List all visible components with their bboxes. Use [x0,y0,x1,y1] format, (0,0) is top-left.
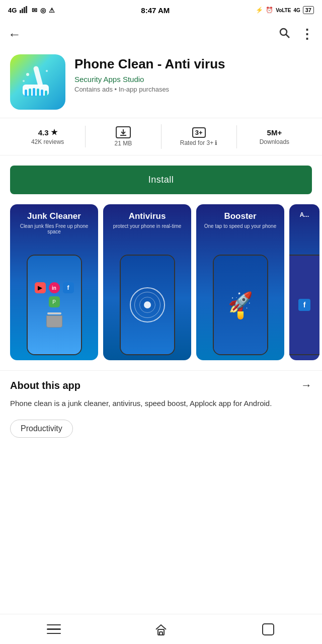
screenshots-row: Junk Cleaner Clean junk files Free up ph… [0,204,322,370]
svg-rect-2 [24,7,25,13]
menu-button[interactable] [39,619,69,639]
phone-mockup-2 [120,255,175,355]
app-icon-wrapper [10,54,65,110]
status-time: 8:47 AM [141,6,170,15]
svg-rect-3 [26,6,27,13]
app-header: Phone Clean - Anti virus Security Apps S… [0,48,322,118]
screenshot-4[interactable]: A... f [289,204,319,360]
square-back-icon [262,623,275,636]
phone-mockup-1: ▶ in f P [27,255,82,355]
screenshot-2-label: Antivirus [103,211,191,221]
phone-mockup-3: 🚀 [213,255,268,355]
stat-rating-age[interactable]: 3+ Rated for 3+ ℹ [162,125,237,148]
alarm-icon: ⏰ [266,7,273,14]
downloads-label: Downloads [237,138,312,145]
home-button[interactable] [146,619,176,639]
rating-label: 42K reviews [10,138,85,145]
svg-point-16 [23,80,25,82]
screenshot-1-label: Junk Cleaner [10,211,98,221]
svg-rect-12 [45,91,47,97]
stats-row: 4.3 ★ 42K reviews 21 MB 3+ Rated for 3+ … [0,118,322,155]
back-square-button[interactable] [253,619,283,639]
rating-value: 4.3 ★ [10,128,85,137]
network-indicator: 4G [8,7,17,14]
more-options-button[interactable]: ⋮ [300,27,314,42]
home-icon [154,622,168,636]
age-label: Rated for 3+ ℹ [162,139,236,146]
about-text: Phone clean is a junk cleaner, antivirus… [10,398,312,410]
app-info: Phone Clean - Anti virus Security Apps S… [74,54,312,93]
svg-rect-20 [159,632,163,635]
top-nav: ← ⋮ [0,20,322,48]
download-icon [116,126,131,138]
svg-rect-1 [22,9,23,13]
rocket-graphic: 🚀 [228,291,253,319]
hamburger-icon [47,623,61,636]
install-button[interactable]: Install [10,166,312,194]
message-icon: ✉ [32,7,37,14]
status-right: ⚡ ⏰ VoLTE 4G 37 [256,6,314,14]
svg-rect-9 [33,88,35,97]
app-icon [10,54,65,110]
size-label: 21 MB [86,140,160,147]
screenshot-2-sublabel: protect your phone in real-time [103,223,191,229]
signal-bars [20,6,29,15]
volte-icon: VoLTE [276,8,291,13]
bottom-nav [0,614,322,644]
svg-rect-11 [41,90,43,97]
star-icon: ★ [51,128,57,137]
screenshot-1-sublabel: Clean junk files Free up phone space [10,223,98,234]
svg-point-15 [46,70,48,72]
screenshot-3[interactable]: Booster One tap to speed up your phone 🚀 [196,204,284,360]
screenshot-3-sublabel: One tap to speed up your phone [196,223,284,229]
about-section: About this app → Phone clean is a junk c… [0,370,322,416]
svg-rect-8 [29,89,31,97]
svg-line-5 [286,35,290,38]
lte-icon: 4G [293,8,300,13]
svg-point-14 [26,73,29,76]
bluetooth-icon: ⚡ [256,7,263,14]
downloads-value: 5M+ [237,128,312,137]
app-title: Phone Clean - Anti virus [74,56,312,72]
screenshot-2[interactable]: Antivirus protect your phone in real-tim… [103,204,191,360]
status-bar: 4G ✉ ◎ ⚠ 8:47 AM ⚡ ⏰ VoLTE 4G 37 [0,0,322,20]
svg-rect-21 [263,624,274,635]
install-section: Install [0,164,322,204]
app-meta: Contains ads • In-app purchases [74,86,312,93]
svg-rect-0 [20,10,21,13]
battery-indicator: 37 [303,6,314,14]
nav-left: ← [8,27,21,42]
back-button[interactable]: ← [8,27,21,42]
stat-downloads: 5M+ Downloads [237,126,312,147]
app-developer[interactable]: Security Apps Studio [74,75,312,84]
svg-rect-13 [33,65,43,87]
svg-rect-7 [25,90,27,97]
phone-mockup-4: f [289,255,319,355]
status-left: 4G ✉ ◎ ⚠ [8,6,55,15]
search-button[interactable] [278,27,290,42]
screenshot-4-label: A... [289,211,319,218]
about-header: About this app → [10,379,312,392]
rating-number: 4.3 [38,128,49,137]
screenshot-1[interactable]: Junk Cleaner Clean junk files Free up ph… [10,204,98,360]
screenshot-3-label: Booster [196,211,284,221]
warning-icon: ⚠ [49,7,55,14]
age-box: 3+ [192,127,206,138]
size-value [86,126,160,138]
about-arrow-icon[interactable]: → [301,379,312,392]
svg-point-4 [280,29,287,35]
svg-rect-10 [37,89,39,97]
nav-right: ⋮ [278,27,314,42]
stat-rating[interactable]: 4.3 ★ 42K reviews [10,126,86,147]
age-value: 3+ [162,127,236,138]
productivity-tag[interactable]: Productivity [10,420,73,438]
whatsapp-icon: ◎ [40,7,46,14]
stat-size: 21 MB [86,124,161,149]
radar-graphic [130,287,165,323]
about-title: About this app [10,380,80,391]
